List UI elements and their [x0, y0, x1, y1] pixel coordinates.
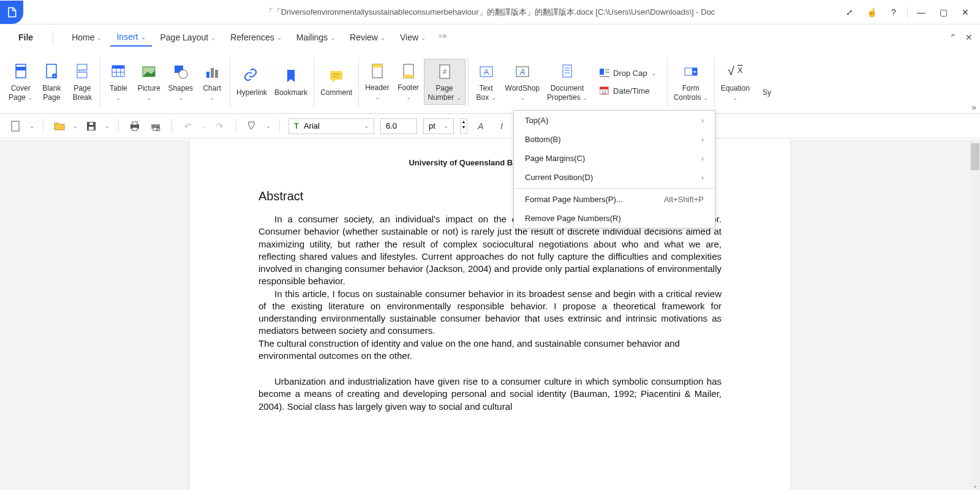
- document-properties-button[interactable]: Document Properties ⌄: [543, 59, 591, 104]
- cover-page-button[interactable]: Cover Page ⌄: [5, 59, 36, 104]
- chevron-down-icon[interactable]: ⌄: [29, 123, 34, 129]
- form-controls-button[interactable]: ▾ Form Controls ⌄: [670, 59, 712, 104]
- document-title: 「「Driversofenvironmentallysustainablecon…: [265, 7, 715, 18]
- menu-collab-icon[interactable]: [434, 29, 451, 46]
- close-panel-icon[interactable]: ✕: [965, 32, 973, 42]
- menu-page-layout[interactable]: Page Layout⌄: [154, 29, 222, 46]
- help-icon[interactable]: ?: [885, 4, 902, 21]
- separator: [714, 58, 715, 107]
- chevron-down-icon: ⌄: [582, 94, 587, 101]
- chevron-down-icon[interactable]: ⌄: [73, 123, 78, 129]
- svg-rect-19: [206, 72, 209, 78]
- menu-bar: File Home⌄ Insert⌄ Page Layout⌄ Referenc…: [0, 24, 980, 50]
- open-folder-icon[interactable]: [52, 119, 67, 134]
- arrow-expand-icon[interactable]: ⤢: [841, 4, 858, 21]
- separator: [118, 119, 119, 133]
- page-number-button[interactable]: # Page Number ⌄: [424, 59, 466, 105]
- dd-page-margins[interactable]: Page Margins(C)›: [514, 149, 715, 168]
- equation-button[interactable]: √X Equation⌄: [717, 59, 753, 104]
- maximize-button[interactable]: ▢: [935, 4, 952, 21]
- svg-text:#: #: [442, 68, 447, 75]
- scroll-thumb[interactable]: [971, 143, 979, 170]
- undo-icon[interactable]: ↶: [181, 119, 195, 134]
- hyperlink-button[interactable]: Hyperlink: [233, 64, 271, 99]
- chevron-right-icon: ›: [701, 116, 704, 125]
- menu-view[interactable]: View⌄: [394, 29, 432, 46]
- menu-mailings[interactable]: Mailings⌄: [290, 29, 341, 46]
- menu-references[interactable]: References⌄: [224, 29, 288, 46]
- italic-icon[interactable]: I: [494, 119, 509, 134]
- chevron-down-icon: ⌄: [178, 94, 183, 101]
- save-icon[interactable]: [84, 119, 99, 134]
- vertical-scrollbar[interactable]: ⌄: [970, 140, 980, 490]
- picture-button[interactable]: Picture⌄: [134, 59, 164, 104]
- svg-rect-28: [404, 75, 413, 78]
- chevron-down-icon[interactable]: ⌄: [202, 123, 206, 129]
- print-icon[interactable]: [127, 119, 142, 134]
- ribbon-more-icon[interactable]: »: [971, 102, 976, 112]
- spinner-down-icon[interactable]: ▾: [461, 124, 467, 130]
- separator: [172, 119, 172, 133]
- date-time-button[interactable]: 12 Date/Time: [596, 84, 660, 98]
- svg-rect-39: [600, 69, 604, 75]
- chevron-down-icon[interactable]: ⌄: [266, 123, 271, 129]
- chevron-down-icon: ⌄: [97, 34, 102, 41]
- font-unit-select[interactable]: pt⌄: [423, 118, 454, 134]
- separator: [100, 58, 100, 107]
- separator: [907, 7, 908, 18]
- menu-home[interactable]: Home⌄: [66, 29, 108, 46]
- italic-slash-icon[interactable]: A: [473, 119, 488, 134]
- separator: [230, 58, 230, 107]
- format-painter-icon[interactable]: [245, 119, 260, 134]
- text-box-button[interactable]: A Text Box ⌄: [471, 59, 502, 104]
- blank-page-button[interactable]: + Blank Page: [36, 59, 67, 104]
- chevron-down-icon: ⌄: [141, 34, 146, 40]
- footer-button[interactable]: Footer⌄: [393, 59, 424, 105]
- comment-button[interactable]: Comment: [317, 64, 356, 99]
- chevron-down-icon[interactable]: ⌄: [105, 123, 110, 129]
- minimize-button[interactable]: —: [913, 4, 930, 21]
- font-size-input[interactable]: 6.0: [380, 118, 417, 134]
- svg-rect-11: [112, 66, 124, 69]
- svg-point-16: [145, 69, 148, 71]
- chart-button[interactable]: Chart⌄: [197, 59, 227, 104]
- symbol-button[interactable]: Sy: [753, 64, 777, 99]
- chevron-down-icon: ⌄: [421, 34, 426, 41]
- collapse-ribbon-icon[interactable]: ⌃: [949, 32, 957, 42]
- menu-file[interactable]: File: [12, 29, 39, 46]
- chevron-down-icon: ⌄: [443, 123, 448, 129]
- page-break-button[interactable]: Page Break: [67, 59, 97, 104]
- dd-top[interactable]: Top(A)›: [514, 111, 715, 130]
- print-preview-icon[interactable]: [148, 119, 163, 134]
- scroll-down-icon[interactable]: ⌄: [970, 482, 980, 489]
- menu-insert[interactable]: Insert⌄: [110, 28, 151, 47]
- svg-rect-54: [89, 123, 93, 125]
- menu-review[interactable]: Review⌄: [344, 29, 391, 46]
- svg-rect-3: [16, 67, 26, 70]
- app-icon[interactable]: [0, 1, 23, 24]
- redo-icon[interactable]: ↷: [213, 119, 227, 134]
- svg-text:12: 12: [601, 90, 606, 94]
- hand-icon[interactable]: ☝: [863, 4, 880, 21]
- chevron-down-icon: ⌄: [330, 34, 335, 41]
- drop-cap-button[interactable]: Drop Cap⌄: [596, 66, 660, 80]
- font-size-spinner[interactable]: ▴▾: [460, 118, 467, 134]
- dd-remove-numbers[interactable]: Remove Page Numbers(R): [514, 209, 715, 228]
- chevron-down-icon: ⌄: [651, 70, 656, 77]
- table-button[interactable]: Table⌄: [103, 59, 134, 104]
- wordshop-button[interactable]: A WordShop⌄: [502, 59, 543, 104]
- new-doc-icon[interactable]: [9, 119, 23, 134]
- body-paragraph: In this article, I focus on sustainable …: [258, 288, 722, 337]
- dd-format-numbers[interactable]: Format Page Numbers(P)...Alt+Shift+P: [514, 190, 715, 209]
- shapes-button[interactable]: Shapes⌄: [164, 59, 197, 104]
- close-button[interactable]: ✕: [957, 4, 974, 21]
- spinner-up-icon[interactable]: ▴: [461, 119, 467, 124]
- font-name-select[interactable]: T Arial ⌄: [288, 118, 374, 134]
- header-button[interactable]: Header⌄: [361, 59, 393, 105]
- dd-current-position[interactable]: Current Position(D)›: [514, 168, 715, 187]
- svg-point-1: [443, 34, 447, 38]
- quick-toolbar: ⌄ ⌄ ⌄ ↶ ⌄ ↷ ⌄ T Arial ⌄ 6.0 pt⌄ ▴▾ A I U…: [0, 114, 980, 138]
- svg-text:X: X: [737, 66, 743, 75]
- dd-bottom[interactable]: Bottom(B)›: [514, 130, 715, 149]
- bookmark-button[interactable]: Bookmark: [271, 64, 311, 99]
